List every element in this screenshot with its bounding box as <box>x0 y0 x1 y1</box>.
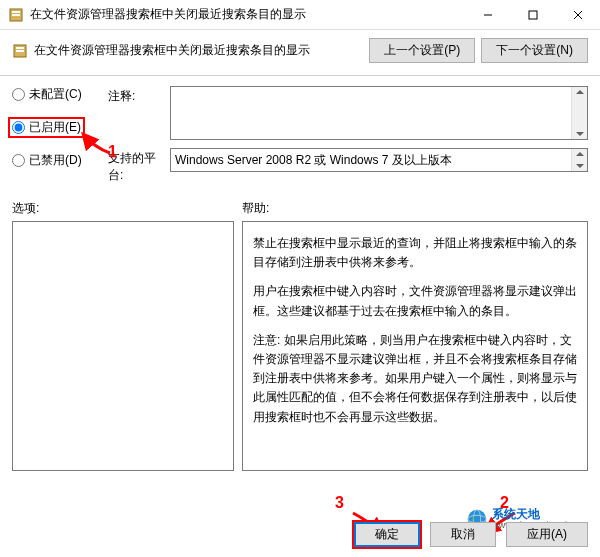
help-text: 用户在搜索框中键入内容时，文件资源管理器将显示建议弹出框。这些建议都基于过去在搜… <box>253 282 577 320</box>
comment-label: 注释: <box>108 86 170 140</box>
chevron-down-icon <box>576 164 584 168</box>
svg-rect-1 <box>12 11 20 13</box>
maximize-button[interactable] <box>510 0 555 29</box>
header: 在文件资源管理器搜索框中关闭最近搜索条目的显示 上一个设置(P) 下一个设置(N… <box>0 30 600 76</box>
header-title: 在文件资源管理器搜索框中关闭最近搜索条目的显示 <box>34 42 363 59</box>
help-pane: 禁止在搜索框中显示最近的查询，并阻止将搜索框中输入的条目存储到注册表中供将来参考… <box>242 221 588 471</box>
radio-enabled-label: 已启用(E) <box>29 119 81 136</box>
annotation-3: 3 <box>335 494 344 512</box>
options-label: 选项: <box>12 200 242 217</box>
svg-rect-9 <box>16 50 24 52</box>
chevron-up-icon <box>576 90 584 94</box>
help-text: 注意: 如果启用此策略，则当用户在搜索框中键入内容时，文件资源管理器不显示建议弹… <box>253 331 577 427</box>
policy-icon <box>8 7 24 23</box>
minimize-button[interactable] <box>465 0 510 29</box>
close-button[interactable] <box>555 0 600 29</box>
apply-button[interactable]: 应用(A) <box>506 522 588 547</box>
options-pane <box>12 221 234 471</box>
help-label: 帮助: <box>242 200 269 217</box>
svg-rect-2 <box>12 14 20 16</box>
platform-label: 支持的平台: <box>108 148 170 184</box>
prev-setting-button[interactable]: 上一个设置(P) <box>369 38 475 63</box>
platform-value: Windows Server 2008 R2 或 Windows 7 及以上版本 <box>175 153 452 167</box>
help-text: 禁止在搜索框中显示最近的查询，并阻止将搜索框中输入的条目存储到注册表中供将来参考… <box>253 234 577 272</box>
ok-button[interactable]: 确定 <box>354 522 420 547</box>
chevron-up-icon <box>576 152 584 156</box>
next-setting-button[interactable]: 下一个设置(N) <box>481 38 588 63</box>
radio-enabled[interactable] <box>12 121 25 134</box>
window-title: 在文件资源管理器搜索框中关闭最近搜索条目的显示 <box>30 6 465 23</box>
radio-disabled-label: 已禁用(D) <box>29 152 82 169</box>
svg-rect-8 <box>16 47 24 49</box>
comment-textarea[interactable] <box>170 86 588 140</box>
window-buttons <box>465 0 600 29</box>
annotation-1: 1 <box>108 143 117 161</box>
policy-icon <box>12 43 28 59</box>
scrollbar[interactable] <box>571 87 587 139</box>
svg-rect-4 <box>529 11 537 19</box>
scrollbar[interactable] <box>571 149 587 171</box>
chevron-down-icon <box>576 132 584 136</box>
window-titlebar: 在文件资源管理器搜索框中关闭最近搜索条目的显示 <box>0 0 600 30</box>
radio-not-configured-label: 未配置(C) <box>29 86 82 103</box>
platform-box: Windows Server 2008 R2 或 Windows 7 及以上版本 <box>170 148 588 172</box>
cancel-button[interactable]: 取消 <box>430 522 496 547</box>
footer: 确定 取消 应用(A) <box>354 522 588 547</box>
radio-not-configured[interactable]: 未配置(C) <box>12 86 102 103</box>
